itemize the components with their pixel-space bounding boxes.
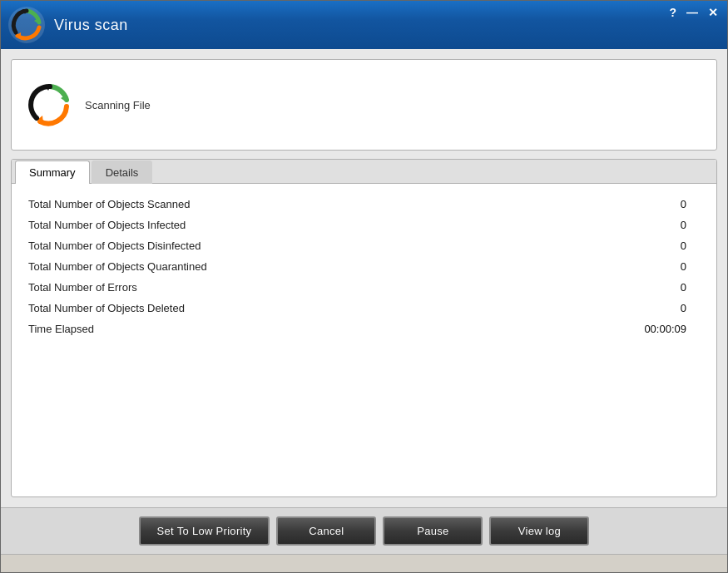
stat-label: Total Number of Objects Quarantined [25,256,532,277]
tab-details[interactable]: Details [92,161,153,184]
stat-value: 0 [532,194,703,215]
status-bar [1,554,727,572]
stat-value: 00:00:09 [532,319,703,339]
title-bar: ? — ✕ Virus scan [1,1,727,49]
tab-bar: Summary Details [12,160,716,184]
main-content: Scanning File Summary Details Total Numb… [1,49,727,507]
tab-content-summary: Total Number of Objects Scanned0Total Nu… [12,184,716,496]
stat-label: Total Number of Errors [25,277,532,298]
stat-label: Time Elapsed [25,319,532,339]
cancel-button[interactable]: Cancel [276,516,376,546]
app-logo [7,6,46,44]
scan-panel: Scanning File [11,59,717,151]
tab-summary[interactable]: Summary [15,161,90,184]
scan-animation-icon [28,83,72,126]
scan-status-label: Scanning File [85,99,151,111]
stat-label: Total Number of Objects Disinfected [25,235,532,256]
stat-value: 0 [532,298,703,319]
table-row: Total Number of Objects Deleted0 [25,298,703,319]
stat-value: 0 [532,256,703,277]
stat-label: Total Number of Objects Infected [25,215,532,235]
tab-panel: Summary Details Total Number of Objects … [11,159,717,497]
minimize-button[interactable]: — [682,4,702,21]
window-title: Virus scan [54,17,128,34]
summary-table: Total Number of Objects Scanned0Total Nu… [25,194,703,339]
view-log-button[interactable]: View log [489,516,589,546]
close-button[interactable]: ✕ [704,4,722,21]
stat-value: 0 [532,215,703,235]
pause-button[interactable]: Pause [383,516,483,546]
button-bar: Set To Low Priority Cancel Pause View lo… [1,507,727,554]
table-row: Total Number of Errors0 [25,277,703,298]
main-window: ? — ✕ Virus scan [0,0,728,573]
set-priority-button[interactable]: Set To Low Priority [139,516,270,546]
table-row: Total Number of Objects Quarantined0 [25,256,703,277]
stat-value: 0 [532,277,703,298]
table-row: Total Number of Objects Infected0 [25,215,703,235]
scan-status: Scanning File [85,99,151,111]
window-controls: ? — ✕ [665,4,722,21]
stat-value: 0 [532,235,703,256]
stat-label: Total Number of Objects Deleted [25,298,532,319]
table-row: Total Number of Objects Scanned0 [25,194,703,215]
stat-label: Total Number of Objects Scanned [25,194,532,215]
table-row: Total Number of Objects Disinfected0 [25,235,703,256]
table-row: Time Elapsed00:00:09 [25,319,703,339]
help-button[interactable]: ? [665,4,681,21]
